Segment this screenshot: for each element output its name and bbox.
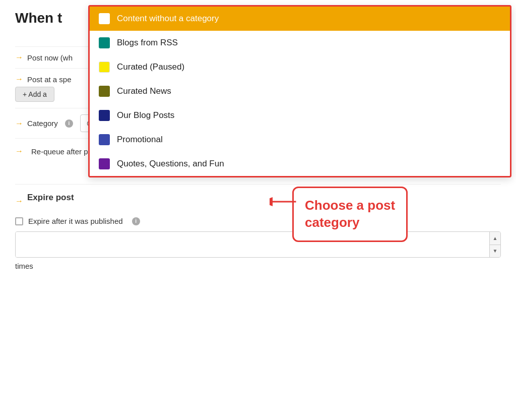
dropdown-item-label: Promotional	[117, 135, 163, 145]
arrow-icon-5: →	[15, 197, 23, 206]
expire-checkbox[interactable]	[15, 217, 23, 225]
expire-input-wrapper: ▲ ▼	[15, 231, 501, 258]
expire-spinner[interactable]: ▲ ▼	[489, 232, 500, 257]
arrow-icon-2: →	[15, 75, 23, 84]
category-label: Category	[27, 119, 58, 128]
dropdown-item-label: Blogs from RSS	[117, 38, 178, 48]
swatch-blogs-rss	[99, 37, 110, 48]
expire-input[interactable]	[16, 232, 489, 257]
dropdown-item-label: Curated News	[117, 86, 171, 96]
dropdown-item-our-blog-posts[interactable]: Our Blog Posts	[90, 103, 510, 128]
add-button[interactable]: + Add a	[15, 87, 54, 102]
spinner-down-button[interactable]: ▼	[490, 245, 500, 258]
expire-section: → Expire post Expire after it was publis…	[15, 184, 501, 270]
swatch-curated-news	[99, 86, 110, 97]
swatch-promotional	[99, 134, 110, 145]
swatch-our-blog-posts	[99, 110, 110, 121]
swatch-quotes-fun	[99, 158, 110, 169]
callout-arrow-svg	[270, 192, 300, 212]
dropdown-item-quotes-fun[interactable]: Quotes, Questions, and Fun	[90, 152, 510, 176]
post-at-label: Post at a spe	[27, 75, 72, 84]
dropdown-item-blogs-rss[interactable]: Blogs from RSS	[90, 31, 510, 55]
category-info-icon[interactable]: i	[65, 119, 73, 128]
dropdown-item-label: Curated (Paused)	[117, 62, 184, 72]
dropdown-item-no-category[interactable]: Content without a category	[90, 7, 510, 31]
page-wrapper: When t Content without a category Blogs …	[0, 0, 516, 420]
arrow-icon-3: →	[15, 119, 23, 128]
category-dropdown[interactable]: Content without a category Blogs from RS…	[88, 5, 511, 177]
dropdown-item-promotional[interactable]: Promotional	[90, 128, 510, 152]
swatch-curated-paused	[99, 62, 110, 73]
dropdown-item-label: Our Blog Posts	[117, 110, 174, 121]
dropdown-item-label: Quotes, Questions, and Fun	[117, 159, 224, 169]
spinner-up-button[interactable]: ▲	[490, 232, 500, 245]
arrow-icon-4: →	[15, 147, 23, 156]
arrow-icon: →	[15, 53, 23, 62]
times-label: times	[15, 262, 501, 270]
post-now-label: Post now (wh	[27, 53, 73, 62]
dropdown-item-curated-news[interactable]: Curated News	[90, 79, 510, 103]
dropdown-item-curated-paused[interactable]: Curated (Paused)	[90, 55, 510, 79]
swatch-no-category	[99, 13, 110, 24]
expire-section-heading: Expire post	[27, 193, 74, 203]
expire-info-icon[interactable]: i	[132, 217, 140, 225]
callout-box: Choose a postcategory	[292, 187, 408, 242]
dropdown-item-label: Content without a category	[117, 14, 219, 24]
callout-text: Choose a postcategory	[305, 197, 395, 231]
expire-checkbox-row: Expire after it was published i	[15, 217, 501, 225]
expire-checkbox-label: Expire after it was published	[28, 217, 123, 225]
